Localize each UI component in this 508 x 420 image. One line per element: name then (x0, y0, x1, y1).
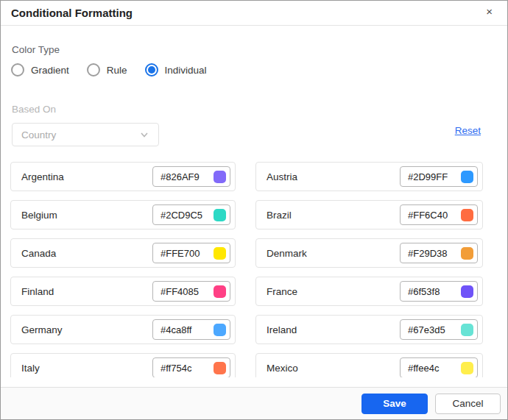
country-label: Canada (21, 248, 56, 259)
country-label: Austria (267, 171, 297, 182)
hex-value: #2CD9C5 (160, 210, 202, 221)
country-label: Brazil (267, 210, 292, 221)
based-on-dropdown[interactable]: Country (12, 123, 159, 146)
hex-value: #826AF9 (160, 171, 200, 182)
color-hex-input[interactable]: #2D99FF (400, 166, 478, 187)
based-on-label: Based On (12, 104, 56, 115)
save-button[interactable]: Save (361, 394, 428, 414)
color-item-brazil: Brazil #FF6C40 (255, 200, 483, 229)
color-item-argentina: Argentina #826AF9 (10, 162, 236, 191)
color-swatch[interactable] (214, 362, 226, 374)
color-item-mexico: Mexico #ffee4c (255, 353, 483, 377)
color-item-denmark: Denmark #F29D38 (255, 238, 483, 268)
country-label: Belgium (21, 210, 57, 221)
color-items-list: Argentina #826AF9 Austria #2D99FF Belgiu… (10, 162, 483, 377)
color-hex-input[interactable]: #826AF9 (152, 166, 230, 187)
country-label: Argentina (21, 171, 64, 182)
radio-individual[interactable]: Individual (145, 63, 207, 76)
color-hex-input[interactable]: #ff754c (152, 357, 230, 377)
country-label: Denmark (267, 248, 307, 259)
color-item-austria: Austria #2D99FF (255, 162, 483, 191)
color-swatch[interactable] (461, 247, 473, 260)
color-item-finland: Finland #FF4085 (10, 277, 236, 306)
cancel-button[interactable]: Cancel (435, 394, 501, 414)
radio-rule[interactable]: Rule (87, 63, 127, 76)
radio-individual-label: Individual (165, 65, 207, 76)
color-swatch[interactable] (461, 171, 473, 183)
color-item-canada: Canada #FFE700 (10, 238, 236, 268)
chevron-down-icon (139, 129, 149, 140)
hex-value: #6f53f8 (408, 286, 440, 297)
country-label: Ireland (267, 324, 297, 335)
dialog-title: Conditional Formatting (11, 1, 133, 25)
color-hex-input[interactable]: #6f53f8 (400, 281, 478, 302)
color-item-ireland: Ireland #67e3d5 (255, 315, 483, 344)
color-hex-input[interactable]: #FF4085 (152, 281, 230, 302)
country-label: Finland (21, 286, 54, 297)
color-item-italy: Italy #ff754c (10, 353, 236, 377)
color-item-germany: Germany #4ca8ff (10, 315, 236, 344)
color-swatch[interactable] (461, 209, 473, 221)
country-label: Germany (21, 324, 63, 335)
hex-value: #2D99FF (408, 171, 448, 182)
color-item-belgium: Belgium #2CD9C5 (10, 200, 236, 229)
hex-value: #ff754c (160, 363, 191, 374)
radio-gradient-label: Gradient (31, 65, 69, 76)
radio-circle-icon (11, 63, 24, 76)
dialog-footer: Save Cancel (1, 387, 507, 419)
color-hex-input[interactable]: #67e3d5 (400, 319, 478, 340)
conditional-formatting-dialog: Conditional Formatting × Color Type Grad… (0, 0, 508, 420)
color-swatch[interactable] (461, 285, 473, 298)
color-swatch[interactable] (461, 362, 473, 374)
hex-value: #FF4085 (160, 286, 199, 297)
color-swatch[interactable] (214, 324, 226, 336)
country-label: France (267, 286, 297, 297)
radio-circle-selected-icon (145, 63, 158, 76)
hex-value: #FF6C40 (408, 210, 448, 221)
color-swatch[interactable] (214, 285, 226, 298)
color-type-label: Color Type (12, 44, 60, 55)
hex-value: #FFE700 (160, 248, 200, 259)
color-hex-input[interactable]: #F29D38 (400, 243, 478, 263)
hex-value: #F29D38 (408, 248, 447, 259)
dialog-header: Conditional Formatting × (1, 1, 507, 26)
radio-gradient[interactable]: Gradient (11, 63, 69, 76)
color-swatch[interactable] (461, 324, 473, 336)
color-swatch[interactable] (214, 171, 226, 183)
color-hex-input[interactable]: #4ca8ff (152, 319, 230, 340)
radio-rule-label: Rule (107, 65, 127, 76)
hex-value: #67e3d5 (408, 324, 445, 335)
color-hex-input[interactable]: #2CD9C5 (152, 204, 230, 225)
reset-link[interactable]: Reset (455, 125, 481, 136)
color-hex-input[interactable]: #FFE700 (152, 243, 230, 263)
color-hex-input[interactable]: #ffee4c (400, 357, 478, 377)
radio-circle-icon (87, 63, 100, 76)
country-label: Italy (21, 363, 40, 374)
color-item-france: France #6f53f8 (255, 277, 483, 306)
country-label: Mexico (267, 363, 298, 374)
color-swatch[interactable] (214, 247, 226, 260)
color-swatch[interactable] (214, 209, 226, 221)
color-hex-input[interactable]: #FF6C40 (400, 204, 478, 225)
based-on-selected-value: Country (21, 129, 56, 140)
hex-value: #4ca8ff (160, 324, 191, 335)
hex-value: #ffee4c (408, 363, 439, 374)
color-type-radio-group: Gradient Rule Individual (11, 63, 207, 76)
close-icon[interactable]: × (481, 4, 497, 18)
